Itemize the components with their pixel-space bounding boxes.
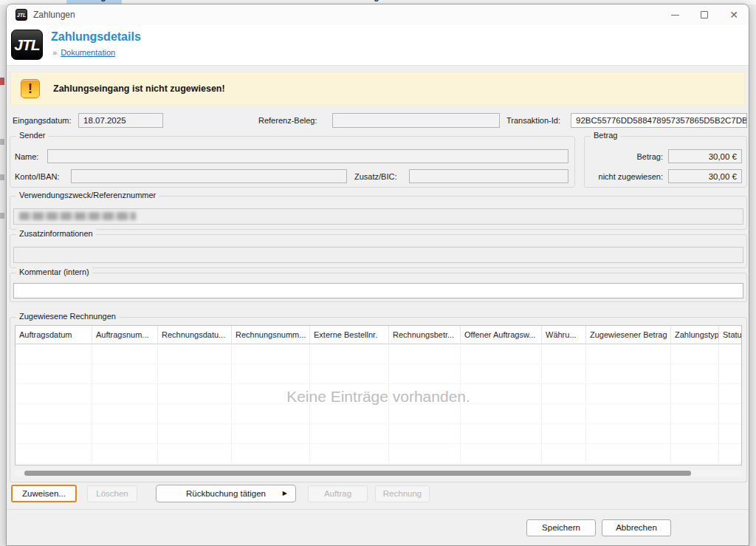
table-cell bbox=[671, 404, 719, 424]
table-empty-message: Keine Einträge vorhanden. bbox=[16, 388, 741, 406]
table-cell bbox=[232, 364, 310, 384]
zusatzinformationen-group-title: Zusatzinformationen bbox=[16, 229, 96, 238]
auftrag-button[interactable]: Auftrag bbox=[308, 485, 368, 502]
table-cell bbox=[671, 424, 719, 444]
table-cell bbox=[671, 364, 719, 384]
table-cell bbox=[671, 344, 719, 364]
table-cell bbox=[719, 344, 742, 364]
table-cell bbox=[389, 344, 461, 364]
table-cell bbox=[719, 424, 742, 444]
sender-group-title: Sender bbox=[16, 131, 48, 140]
name-label: Name: bbox=[15, 152, 38, 161]
column-header[interactable]: Zugewiesener Betrag bbox=[586, 326, 671, 344]
transaktion-id-field[interactable]: 92BC55776DD588478957357865D5B2C7DBA7 bbox=[571, 113, 747, 128]
table-cell bbox=[310, 444, 389, 464]
name-field[interactable] bbox=[47, 149, 568, 163]
redacted-text bbox=[19, 212, 136, 220]
eingangsdatum-field[interactable]: 18.07.2025 bbox=[78, 113, 163, 128]
table-row bbox=[16, 364, 741, 384]
table-cell bbox=[232, 424, 310, 444]
sender-group: Sender Name: Konto/IBAN: Zusatz/BIC: bbox=[10, 136, 575, 188]
table-cell bbox=[461, 404, 542, 424]
table-cell bbox=[719, 444, 742, 464]
scrollbar-thumb[interactable] bbox=[24, 471, 691, 476]
dropdown-arrow-icon: ▶ bbox=[283, 485, 287, 501]
horizontal-scrollbar[interactable] bbox=[15, 470, 742, 477]
speichern-button[interactable]: Speichern bbox=[526, 519, 596, 536]
column-header[interactable]: Auftragsdatum bbox=[16, 326, 92, 344]
referenz-beleg-label: Referenz-Beleg: bbox=[258, 116, 317, 125]
rechnungen-group: Zugewiesene Rechnungen AuftragsdatumAuft… bbox=[10, 317, 747, 482]
abbrechen-button[interactable]: Abbrechen bbox=[602, 519, 671, 536]
table-cell bbox=[92, 424, 158, 444]
column-header[interactable]: Währu... bbox=[542, 326, 586, 344]
zusatz-bic-label: Zusatz/BIC: bbox=[354, 172, 396, 181]
table-cell bbox=[92, 404, 158, 424]
column-header[interactable]: Auftragsnum... bbox=[92, 326, 158, 344]
table-cell bbox=[92, 344, 158, 364]
table-cell bbox=[16, 344, 92, 364]
table-cell bbox=[158, 404, 232, 424]
zuweisen-button[interactable]: Zuweisen... bbox=[11, 485, 77, 502]
rueckbuchung-button[interactable]: Rückbuchung tätigen ▶ bbox=[156, 485, 296, 502]
table-cell bbox=[461, 364, 542, 384]
table-cell bbox=[542, 344, 586, 364]
column-header[interactable]: Statu... bbox=[719, 326, 742, 344]
column-header[interactable]: Zahlungstyp bbox=[671, 326, 719, 344]
column-header[interactable]: Rechnungsnumm... bbox=[232, 326, 310, 344]
zusatzinformationen-group: Zusatzinformationen bbox=[10, 234, 747, 268]
table-cell bbox=[158, 424, 232, 444]
table-cell bbox=[586, 344, 671, 364]
zahlungsdetails-dialog: JTL Zahlungen ✕ JTL Zahlungsdetails »Dok… bbox=[6, 4, 749, 546]
zusatzinformationen-field[interactable] bbox=[13, 247, 743, 263]
transaktion-id-label: Transaktion-Id: bbox=[506, 116, 560, 125]
table-cell bbox=[158, 344, 232, 364]
table-cell bbox=[310, 364, 389, 384]
rueckbuchung-label: Rückbuchung tätigen bbox=[186, 489, 266, 498]
rechnung-button[interactable]: Rechnung bbox=[375, 485, 430, 502]
dialog-footer: Speichern Abbrechen bbox=[7, 509, 749, 545]
kommentar-field[interactable] bbox=[13, 283, 743, 298]
warning-banner: ! Zahlungseingang ist nicht zugewiesen! bbox=[10, 72, 745, 106]
maximize-button[interactable] bbox=[690, 4, 719, 25]
close-button[interactable]: ✕ bbox=[719, 4, 749, 25]
table-cell bbox=[158, 364, 232, 384]
background-window-edge bbox=[0, 78, 4, 85]
column-header[interactable]: Rechnungsdatu... bbox=[158, 326, 232, 344]
verwendungszweck-field[interactable] bbox=[13, 208, 743, 225]
table-cell bbox=[461, 444, 542, 464]
table-cell bbox=[92, 364, 158, 384]
betrag-group: Betrag Betrag: 30,00 € nicht zugewiesen:… bbox=[584, 136, 747, 188]
betrag-label: Betrag: bbox=[585, 152, 663, 161]
table-cell bbox=[586, 364, 671, 384]
zusatz-bic-field[interactable] bbox=[409, 169, 568, 183]
dokumentation-link[interactable]: Dokumentation bbox=[61, 48, 115, 57]
table-cell bbox=[310, 344, 389, 364]
rechnungen-group-title: Zugewiesene Rechnungen bbox=[16, 312, 119, 321]
nicht-zugewiesen-field[interactable]: 30,00 € bbox=[668, 169, 742, 183]
betrag-group-title: Betrag bbox=[591, 131, 620, 140]
close-icon: ✕ bbox=[729, 10, 738, 20]
table-cell bbox=[232, 404, 310, 424]
background-window-edge bbox=[0, 213, 4, 219]
rechnungen-table[interactable]: AuftragsdatumAuftragsnum...Rechnungsdatu… bbox=[15, 325, 742, 465]
breadcrumb: »Dokumentation bbox=[52, 48, 115, 57]
kommentar-group-title: Kommentar (intern) bbox=[16, 267, 92, 276]
table-row bbox=[16, 404, 741, 424]
table-cell bbox=[232, 344, 310, 364]
referenz-beleg-field[interactable] bbox=[332, 113, 500, 128]
table-cell bbox=[389, 444, 461, 464]
nicht-zugewiesen-label: nicht zugewiesen: bbox=[585, 172, 663, 181]
betrag-field[interactable]: 30,00 € bbox=[668, 149, 742, 163]
eingangsdatum-label: Eingangsdatum: bbox=[13, 116, 72, 125]
konto-iban-field[interactable] bbox=[71, 169, 347, 183]
table-row bbox=[16, 444, 741, 464]
table-cell bbox=[389, 364, 461, 384]
column-header[interactable]: Rechnungsbetr... bbox=[389, 326, 461, 344]
loeschen-button[interactable]: Löschen bbox=[87, 485, 137, 502]
minimize-button[interactable] bbox=[660, 4, 690, 25]
table-cell bbox=[389, 404, 461, 424]
column-header[interactable]: Externe Bestellnr. bbox=[310, 326, 389, 344]
column-header[interactable]: Offener Auftragsw... bbox=[461, 326, 542, 344]
dialog-titlebar[interactable]: JTL Zahlungen ✕ bbox=[7, 4, 749, 25]
